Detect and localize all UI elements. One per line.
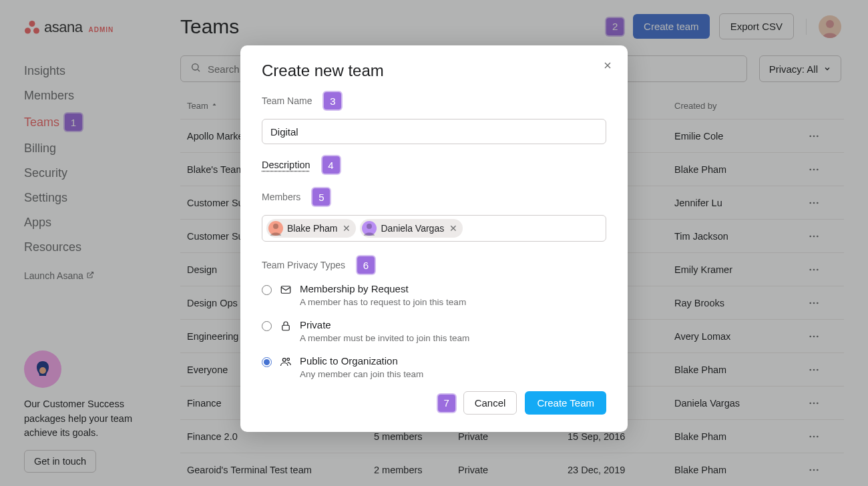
privacy-radio[interactable] [262,357,272,367]
privacy-option[interactable]: Public to OrganizationAny member can joi… [262,355,606,379]
cancel-button[interactable]: Cancel [463,391,517,415]
privacy-option[interactable]: PrivateA member must be invited to join … [262,319,606,343]
team-name-label: Team Name [262,95,312,106]
members-input[interactable]: Blake Pham✕Daniela Vargas✕ [262,215,606,242]
lock-icon [280,320,292,334]
annotation-badge: 4 [322,156,340,174]
privacy-option[interactable]: Membership by RequestA member has to req… [262,283,606,307]
privacy-option-subtitle: A member has to request to join this tea… [300,297,466,307]
annotation-badge: 6 [357,256,375,274]
svg-point-39 [273,224,278,229]
chip-avatar-icon [362,221,377,236]
svg-point-43 [282,358,286,362]
svg-rect-42 [282,325,290,330]
modal-close-button[interactable] [602,60,613,73]
privacy-radio[interactable] [262,321,272,331]
chip-label: Daniela Vargas [381,223,444,234]
privacy-option-subtitle: A member must be invited to join this te… [300,333,469,343]
privacy-radio[interactable] [262,285,272,295]
annotation-badge: 5 [312,188,330,206]
chip-remove-button[interactable]: ✕ [341,223,351,234]
mail-icon [280,284,292,298]
member-chip: Blake Pham✕ [266,219,356,238]
svg-point-44 [287,358,290,360]
team-name-input[interactable] [262,119,606,144]
modal-title: Create new team [262,61,606,80]
chip-avatar-icon [268,221,283,236]
privacy-option-title: Public to Organization [300,355,423,367]
modal-overlay: Create new team Team Name 3 Description … [0,0,868,486]
chip-remove-button[interactable]: ✕ [448,223,457,234]
member-chip: Daniela Vargas✕ [360,219,463,238]
privacy-option-subtitle: Any member can join this team [300,369,423,379]
create-team-submit-button[interactable]: Create Team [525,391,606,415]
annotation-badge: 7 [438,395,455,412]
privacy-option-title: Private [300,319,469,330]
svg-rect-41 [281,286,290,294]
description-link[interactable]: Description [262,160,310,170]
people-icon [280,356,292,371]
create-team-modal: Create new team Team Name 3 Description … [240,45,628,432]
privacy-types-label: Team Privacy Types [262,260,345,270]
annotation-badge: 3 [324,92,341,109]
svg-point-40 [367,224,372,229]
chip-label: Blake Pham [287,223,337,234]
privacy-option-title: Membership by Request [300,283,466,294]
members-label: Members [262,192,300,202]
